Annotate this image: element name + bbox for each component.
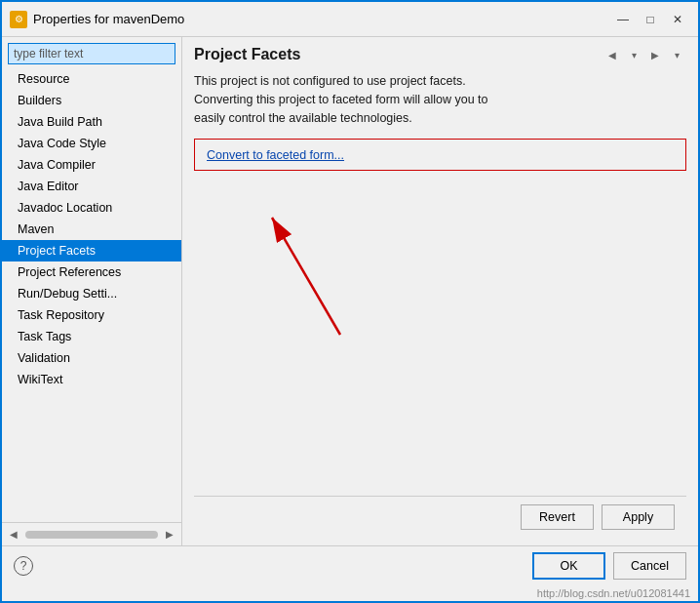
- back-dropdown-button[interactable]: ▾: [624, 45, 643, 64]
- sidebar-item-javadoc-location[interactable]: Javadoc Location: [2, 197, 181, 219]
- watermark: http://blog.csdn.net/u012081441: [2, 585, 698, 601]
- footer-right: OK Cancel: [532, 552, 686, 580]
- title-bar: ⚙ Properties for mavenDemo — □ ✕: [2, 2, 698, 37]
- red-arrow-icon: [253, 198, 369, 354]
- forward-arrow-button[interactable]: ▶: [645, 45, 665, 64]
- sidebar-item-wikitext[interactable]: WikiText: [2, 369, 181, 390]
- ok-button[interactable]: OK: [532, 552, 605, 580]
- sidebar-item-maven[interactable]: Maven: [2, 219, 181, 240]
- bottom-bar: Revert Apply: [194, 496, 686, 538]
- convert-link[interactable]: Convert to faceted form...: [207, 148, 344, 162]
- revert-button[interactable]: Revert: [521, 504, 594, 530]
- window-title: Properties for mavenDemo: [33, 12, 610, 26]
- close-button[interactable]: ✕: [665, 9, 690, 30]
- search-box: [8, 43, 175, 64]
- sidebar-item-java-code-style[interactable]: Java Code Style: [2, 133, 181, 154]
- nav-list: ResourceBuildersJava Build PathJava Code…: [2, 68, 181, 522]
- cancel-button[interactable]: Cancel: [613, 552, 686, 580]
- arrow-area: [194, 179, 686, 496]
- sidebar-item-validation[interactable]: Validation: [2, 347, 181, 369]
- sidebar-item-builders[interactable]: Builders: [2, 90, 181, 111]
- dialog-body: ResourceBuildersJava Build PathJava Code…: [2, 37, 698, 545]
- sidebar-item-java-build-path[interactable]: Java Build Path: [2, 111, 181, 133]
- sidebar-item-task-tags[interactable]: Task Tags: [2, 326, 181, 347]
- back-arrow-button[interactable]: ◀: [603, 45, 622, 64]
- main-header: Project Facets ◀ ▾ ▶ ▾: [194, 45, 686, 64]
- apply-button[interactable]: Apply: [602, 504, 675, 530]
- description-text: This project is not configured to use pr…: [194, 72, 686, 127]
- dialog-footer: ? OK Cancel: [2, 545, 698, 585]
- properties-dialog: ⚙ Properties for mavenDemo — □ ✕ Resourc…: [0, 0, 700, 603]
- sidebar-item-project-facets[interactable]: Project Facets: [2, 240, 181, 261]
- scroll-thumb[interactable]: [25, 531, 158, 539]
- help-button[interactable]: ?: [14, 556, 33, 576]
- convert-box: Convert to faceted form...: [194, 139, 686, 171]
- scroll-right-icon[interactable]: ▶: [162, 529, 177, 540]
- main-content: Project Facets ◀ ▾ ▶ ▾ This project is n…: [182, 37, 698, 545]
- window-icon: ⚙: [10, 11, 27, 28]
- sidebar-item-run-debug-settings[interactable]: Run/Debug Setti...: [2, 283, 181, 304]
- sidebar-item-java-compiler[interactable]: Java Compiler: [2, 154, 181, 176]
- sidebar: ResourceBuildersJava Build PathJava Code…: [2, 37, 182, 545]
- sidebar-item-resource[interactable]: Resource: [2, 68, 181, 90]
- forward-dropdown-button[interactable]: ▾: [667, 45, 686, 64]
- minimize-button[interactable]: —: [610, 9, 636, 30]
- window-controls: — □ ✕: [610, 9, 690, 30]
- footer-left: ?: [14, 556, 33, 576]
- svg-line-1: [272, 218, 340, 335]
- sidebar-item-task-repository[interactable]: Task Repository: [2, 304, 181, 326]
- sidebar-scrollbar: ◀ ▶: [2, 522, 181, 545]
- maximize-button[interactable]: □: [638, 9, 663, 30]
- sidebar-item-java-editor[interactable]: Java Editor: [2, 176, 181, 197]
- navigation-arrows: ◀ ▾ ▶ ▾: [603, 45, 686, 64]
- sidebar-item-project-references[interactable]: Project References: [2, 261, 181, 283]
- scroll-left-icon[interactable]: ◀: [6, 529, 21, 540]
- main-title: Project Facets: [194, 46, 300, 63]
- search-input[interactable]: [8, 43, 175, 64]
